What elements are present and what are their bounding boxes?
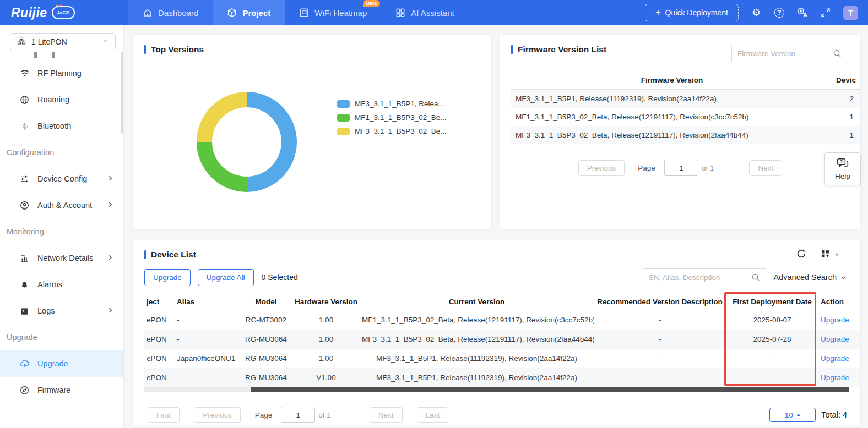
sidebar-item-network-details[interactable]: Network Details xyxy=(0,245,123,271)
next-button[interactable]: Next xyxy=(749,160,782,176)
first-deployment-cell: - xyxy=(726,349,818,368)
device-pagination: First Previous Page of 1 Next Last 10 To… xyxy=(148,407,847,423)
svg-text:?: ? xyxy=(840,159,843,164)
table-header-row: Firmware Version Devic xyxy=(511,71,860,90)
model-cell: RG-MT3002 xyxy=(240,310,292,330)
sidebar-item-label: Device Config xyxy=(37,174,87,183)
upgrade-link[interactable]: Upgrade xyxy=(821,335,849,343)
project-cell: ePON xyxy=(144,368,175,387)
sidebar-item-bluetooth[interactable]: Bluetooth xyxy=(0,113,123,139)
last-button[interactable]: Last xyxy=(417,407,449,423)
card-title-row: Firmware Version List xyxy=(511,45,606,54)
model-cell: RG-MU3064 xyxy=(240,330,292,349)
chevron-down-icon[interactable]: ▼ xyxy=(834,252,839,257)
chevron-down-icon xyxy=(102,37,110,46)
chevron-right-icon xyxy=(107,254,113,262)
sidebar-scrollbar[interactable] xyxy=(121,52,123,134)
previous-button[interactable]: Previous xyxy=(194,407,241,423)
upgrade-link[interactable]: Upgrade xyxy=(821,374,849,382)
page-input[interactable] xyxy=(281,407,315,423)
home-icon xyxy=(143,8,153,18)
sidebar-item-alarms[interactable]: Alarms xyxy=(0,271,123,298)
sidebar-item-roaming[interactable]: Roaming xyxy=(0,86,123,113)
legend-chip-blue xyxy=(337,100,350,108)
nav-project[interactable]: Project xyxy=(213,0,285,25)
alias-cell: Japan0fficeONU1 xyxy=(175,349,240,368)
upgrade-link[interactable]: Upgrade xyxy=(821,316,849,324)
sidebar-item-auth-account[interactable]: Auth & Account xyxy=(0,192,123,218)
heatmap-icon xyxy=(299,8,309,18)
page-label: Page xyxy=(638,164,655,172)
nav-label: Dashboard xyxy=(158,8,198,18)
title-accent-bar xyxy=(144,250,146,259)
sidebar-item-device-config[interactable]: Device Config xyxy=(0,166,123,192)
sidebar-item-rf-planning[interactable]: RF Planning xyxy=(0,60,123,86)
total-count: Total: 4 xyxy=(821,410,847,419)
firmware-version-cell: MF3_3.1_1_B5P1, Release(11192319), Revis… xyxy=(511,90,833,108)
legend-label: MF3_3.1_1_B5P1, Relea... xyxy=(355,100,444,108)
nav-ai-assistant[interactable]: AI Assistant xyxy=(381,0,468,25)
next-button[interactable]: Next xyxy=(370,407,403,423)
first-button[interactable]: First xyxy=(148,407,180,423)
legend-item[interactable]: MF3_3.1_1_B5P1, Relea... xyxy=(337,100,447,108)
fullscreen-icon[interactable] xyxy=(820,7,831,18)
chevron-right-icon xyxy=(107,201,113,210)
refresh-icon[interactable] xyxy=(796,249,806,261)
search-icon[interactable] xyxy=(746,269,766,286)
help-bubble-icon: ? xyxy=(837,158,849,171)
calendar-icon xyxy=(20,306,30,316)
cloud-upload-icon xyxy=(20,359,30,369)
search-icon[interactable] xyxy=(827,45,847,62)
chevron-right-icon xyxy=(107,174,113,183)
device-search-input[interactable] xyxy=(643,269,746,286)
column-settings-icon[interactable] xyxy=(821,249,830,261)
network-selector-label: 1 LitePON xyxy=(31,37,67,46)
brand-suffix: JaCS xyxy=(57,10,69,15)
sidebar-item-logs[interactable]: Logs xyxy=(0,298,123,324)
legend-item[interactable]: MF3_3.1_1_B5P3_02_Be... xyxy=(337,127,447,135)
help-circle-icon[interactable]: ? xyxy=(774,7,785,18)
chevron-down-icon xyxy=(840,274,847,281)
firmware-search-input[interactable] xyxy=(732,45,827,62)
network-selector[interactable]: 1 LitePON xyxy=(10,33,116,50)
page-input[interactable] xyxy=(664,160,698,176)
sidebar-item-label: Auth & Account xyxy=(37,201,92,210)
sidebar-item-upgrade[interactable]: Upgrade xyxy=(0,350,123,377)
sidebar-item-label: RF Planning xyxy=(37,69,82,78)
page-size-select[interactable]: 10 xyxy=(769,408,816,422)
current-version-cell: MF3_3.1_1_B5P3_02_Beta, Release(12191117… xyxy=(360,330,594,349)
upgrade-button[interactable]: Upgrade xyxy=(144,269,191,286)
current-version-cell: MF1_3.1_1_B5P3_02_Beta, Release(12191117… xyxy=(360,310,594,330)
scrollbar-thumb[interactable] xyxy=(251,387,849,392)
bar-chart-icon xyxy=(20,253,30,263)
quick-deployment-button[interactable]: + Quick Deployment xyxy=(645,4,739,21)
wifi-icon xyxy=(20,68,30,78)
topology-icon xyxy=(17,36,26,47)
gear-icon[interactable]: ⚙ xyxy=(751,7,762,18)
top-versions-donut[interactable] xyxy=(197,92,297,192)
table-row: MF3_3.1_1_B5P3_02_Beta, Release(12191117… xyxy=(511,126,860,144)
advanced-search-toggle[interactable]: Advanced Search xyxy=(774,273,847,282)
horizontal-scrollbar[interactable] xyxy=(144,387,838,392)
upgrade-all-button[interactable]: Upgrade All xyxy=(198,269,254,286)
translate-icon[interactable]: A xyxy=(797,7,808,18)
user-avatar[interactable]: T xyxy=(843,6,858,20)
recommended-cell: - xyxy=(594,310,726,330)
sidebar-item-firmware[interactable]: Firmware xyxy=(0,377,123,403)
nav-dashboard[interactable]: Dashboard xyxy=(128,0,213,25)
col-project: ject xyxy=(144,294,175,310)
upgrade-link[interactable]: Upgrade xyxy=(821,354,849,363)
help-button[interactable]: ? Help xyxy=(824,152,861,185)
quick-deployment-label: Quick Deployment xyxy=(665,8,728,17)
col-current-version: Current Version xyxy=(360,294,594,310)
model-cell: RG-MU3064 xyxy=(240,368,292,387)
firmware-list-card: Firmware Version List Firmware Version D… xyxy=(500,35,860,229)
project-cell: ePON xyxy=(144,330,175,349)
nav-wifi-heatmap[interactable]: WiFi Heatmap Beta xyxy=(285,0,381,25)
legend-item[interactable]: MF1_3.1_1_B5P3_02_Be... xyxy=(337,113,447,122)
previous-button[interactable]: Previous xyxy=(578,160,625,176)
page-of-label: of 1 xyxy=(702,164,714,172)
clipped-menu-item xyxy=(34,52,123,58)
svg-text:A: A xyxy=(802,12,807,18)
firmware-version-cell: MF1_3.1_1_B5P3_02_Beta, Release(12191117… xyxy=(511,108,833,126)
